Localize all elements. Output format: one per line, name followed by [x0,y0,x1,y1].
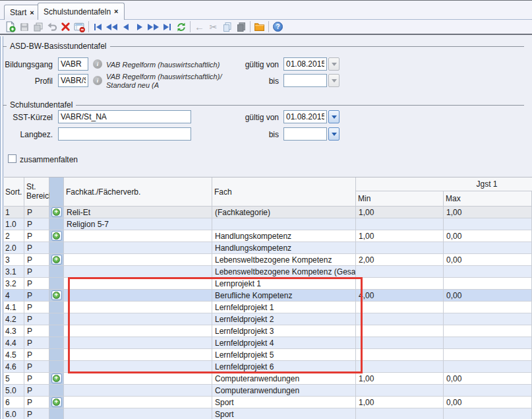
cell-min[interactable] [356,361,444,373]
table-row[interactable]: 3.1PLebensweltbezogene Kompetenz (Gesamt… [4,266,532,278]
cell-fachkat[interactable] [64,373,212,385]
cell-max[interactable] [444,242,532,254]
cell-min[interactable] [356,385,444,397]
cell-bereich[interactable]: P [24,242,49,254]
nav-fast-forward-button[interactable] [146,20,160,34]
table-row[interactable]: 4.4PLernfeldprojekt 4 [4,337,532,349]
add-subject-button[interactable]: + [51,290,62,300]
cell-bereich[interactable]: P [24,325,49,337]
cell-fachkat[interactable] [64,242,212,254]
save-button[interactable] [17,20,31,34]
cell-fachkat[interactable] [64,325,212,337]
cell-fach[interactable]: Handlungskompetenz [212,242,356,254]
tab-start-close-icon[interactable]: × [30,9,34,16]
add-subject-button[interactable]: + [51,373,62,383]
cell-max[interactable] [444,218,532,230]
table-row[interactable]: 4.6PLernfeldprojekt 6 [4,361,532,373]
cell-min[interactable] [356,337,444,349]
remove-detail-button[interactable] [73,20,86,34]
cell-max[interactable]: 0,00 [444,373,532,385]
cell-sort[interactable]: 3.2 [4,278,24,290]
cell-bereich[interactable]: P [24,302,49,313]
cell-fach[interactable]: Sport [212,397,356,408]
cell-min[interactable]: 1,00 [356,397,444,408]
cell-max[interactable]: 0,00 [444,290,532,302]
cell-bereich[interactable]: P [24,218,49,230]
cell-fach[interactable]: Lernfeldprojekt 1 [212,302,356,313]
cell-bereich[interactable]: P [24,313,49,325]
column-header-bereich[interactable]: St. Bereich [24,177,49,207]
cell-sort[interactable]: 4.2 [4,313,24,325]
nav-last-button[interactable] [160,20,174,34]
cell-min[interactable] [356,325,444,337]
profil-input[interactable] [58,74,88,87]
add-subject-button[interactable]: + [51,397,62,407]
table-row[interactable]: 1P+Reli-Et(Fachkategorie)1,001,00 [4,207,532,218]
column-header-max[interactable]: Max [444,191,532,207]
nav-forward-button[interactable] [133,20,146,34]
cell-fach[interactable]: Lebensweltbezogene Kompetenz [212,254,356,266]
cell-sort[interactable]: 6 [4,397,24,408]
cell-min[interactable] [356,313,444,325]
table-row[interactable]: 4.1PLernfeldprojekt 1 [4,302,532,313]
table-row[interactable]: 5P+Computeranwendungen1,000,00 [4,373,532,385]
go-back-button[interactable]: ← [192,20,206,34]
cell-fach[interactable]: Lernfeldprojekt 6 [212,361,356,373]
cell-fachkat[interactable] [64,337,212,349]
cell-max[interactable]: 0,00 [444,397,532,408]
cell-fach[interactable]: Computeranwendungen [212,385,356,397]
cell-bereich[interactable]: P [24,397,49,408]
cell-max[interactable] [444,266,532,278]
cell-fachkat[interactable] [64,302,212,313]
cell-max[interactable]: 0,00 [444,230,532,242]
cell-max[interactable] [444,385,532,397]
column-header-sort[interactable]: Sort. [4,177,24,207]
cell-fachkat[interactable] [64,290,212,302]
column-header-min[interactable]: Min [356,191,444,207]
langbez-input[interactable] [58,127,191,141]
table-row[interactable]: 6.0PSport [4,408,532,419]
cell-bereich[interactable]: P [24,349,49,361]
table-row[interactable]: 4.5PLernfeldprojekt 5 [4,349,532,361]
cell-max[interactable] [444,349,532,361]
table-row[interactable]: 3.2PLernprojekt 1 [4,278,532,290]
table-row[interactable]: 1.0PReligion 5-7 [4,218,532,230]
column-header-fach[interactable]: Fach [212,177,356,207]
cell-sort[interactable]: 4.1 [4,302,24,313]
cell-sort[interactable]: 5.0 [4,385,24,397]
cell-fachkat[interactable] [64,230,212,242]
cell-max[interactable]: 0,00 [444,254,532,266]
cell-sort[interactable]: 4.3 [4,325,24,337]
cell-min[interactable] [356,408,444,419]
cell-fachkat[interactable] [64,385,212,397]
tab-start[interactable]: Start × [4,5,40,20]
cell-fachkat[interactable] [64,408,212,419]
cell-max[interactable] [444,337,532,349]
cell-bereich[interactable]: P [24,337,49,349]
cell-sort[interactable]: 3.1 [4,266,24,278]
table-row[interactable]: 3P+Lebensweltbezogene Kompetenz2,000,00 [4,254,532,266]
cell-min[interactable] [356,349,444,361]
cell-max[interactable] [444,361,532,373]
cell-sort[interactable]: 3 [4,254,24,266]
cell-sort[interactable]: 6.0 [4,408,24,419]
cell-bereich[interactable]: P [24,266,49,278]
cell-bereich[interactable]: P [24,408,49,419]
cell-fach[interactable]: Lernfeldprojekt 3 [212,325,356,337]
new-record-button[interactable] [3,20,17,34]
cell-sort[interactable]: 4.4 [4,337,24,349]
cell-fach[interactable]: Lebensweltbezogene Kompetenz (Gesamtn… [212,266,356,278]
cut-button[interactable]: ✂ [206,20,220,34]
cell-fachkat[interactable] [64,397,212,408]
cell-max[interactable] [444,325,532,337]
cell-max[interactable] [444,278,532,290]
bildungsgang-input[interactable] [58,57,88,71]
cell-min[interactable]: 1,00 [356,373,444,385]
cell-max[interactable]: 1,00 [444,207,532,218]
table-row[interactable]: 6P+Sport1,000,00 [4,397,532,408]
add-subject-button[interactable]: + [51,231,62,241]
cell-fach[interactable] [212,218,356,230]
cell-min[interactable] [356,242,444,254]
cell-max[interactable] [444,302,532,313]
cell-sort[interactable]: 2.0 [4,242,24,254]
